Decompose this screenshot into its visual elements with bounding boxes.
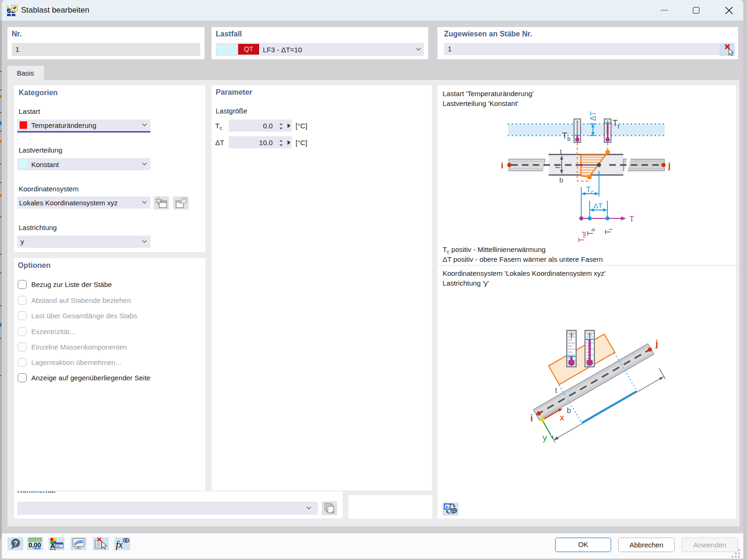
svg-text:b: b <box>567 406 571 414</box>
svg-text:b: b <box>559 176 563 184</box>
svg-text:t: t <box>555 386 557 394</box>
svg-text:T: T <box>629 215 634 224</box>
svg-text:fx: fx <box>116 539 123 550</box>
svg-text:Tref: Tref <box>578 231 587 242</box>
svg-text:A: A <box>50 542 56 550</box>
svg-text:x: x <box>560 413 564 422</box>
svg-text:Tb: Tb <box>586 229 596 236</box>
svg-text:?: ? <box>14 539 18 547</box>
svg-text:j: j <box>655 338 658 349</box>
svg-text:6: 6 <box>7 4 9 9</box>
svg-text:Tt: Tt <box>604 229 613 234</box>
svg-text:h: h <box>554 165 562 168</box>
svg-text:y: y <box>543 433 547 442</box>
svg-text:ΔT: ΔT <box>593 202 602 210</box>
svg-text:ΔT: ΔT <box>589 111 597 121</box>
svg-text:j: j <box>668 161 670 170</box>
svg-text:i: i <box>501 161 503 170</box>
svg-text:i: i <box>530 413 533 423</box>
svg-text:0,00: 0,00 <box>28 541 41 549</box>
svg-text:Tc: Tc <box>586 185 593 196</box>
